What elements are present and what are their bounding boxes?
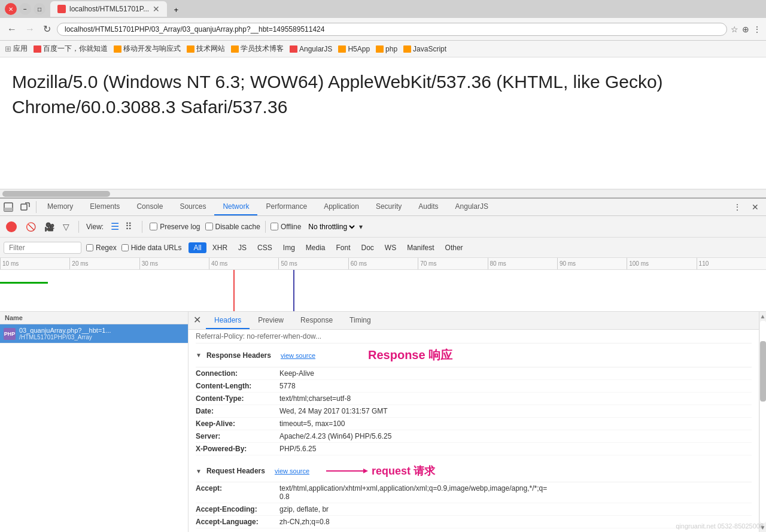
request-view-source-link[interactable]: view source — [275, 467, 309, 475]
details-close-btn[interactable]: ✕ — [189, 312, 206, 329]
tab-audits[interactable]: Audits — [410, 199, 446, 215]
page-hscrollbar[interactable] — [0, 189, 766, 197]
view-list-button[interactable]: ☰ — [108, 220, 121, 233]
hide-data-urls-checkbox[interactable] — [121, 244, 129, 251]
maximize-button[interactable]: □ — [34, 3, 45, 15]
regex-label[interactable]: Regex — [86, 244, 117, 252]
tab-application[interactable]: Application — [315, 199, 367, 215]
filter-media[interactable]: Media — [301, 242, 330, 253]
tab-security[interactable]: Security — [367, 199, 410, 215]
bookmark-h5app-label: H5App — [348, 45, 370, 53]
address-input[interactable] — [57, 23, 727, 36]
back-button[interactable]: ← — [5, 23, 19, 36]
tab-timing[interactable]: Timing — [341, 312, 379, 329]
bookmark-js-label: JavaScript — [413, 45, 446, 53]
bookmark-baidu[interactable]: 百度一下，你就知道 — [34, 44, 108, 54]
tab-elements[interactable]: Elements — [81, 199, 128, 215]
right-scrollbar[interactable]: ▲ ▼ — [759, 312, 766, 532]
filter-img[interactable]: Img — [278, 242, 300, 253]
bookmark-mobile[interactable]: 移动开发与响应式 — [114, 44, 181, 54]
browser-tab[interactable]: localhost/HTML51701P... ✕ — [50, 1, 167, 17]
response-headers-toggle[interactable]: ▼ Response Headers view source Response … — [196, 343, 752, 367]
filter-font[interactable]: Font — [332, 242, 355, 253]
tab-memory[interactable]: Memory — [39, 199, 81, 215]
hscroll-thumb[interactable] — [2, 191, 110, 197]
offline-checkbox[interactable] — [270, 223, 278, 230]
file-row[interactable]: PHP 03_quanjuArray.php?__hbt=1... /HTML5… — [0, 324, 188, 343]
devtools-more-icon[interactable]: ⋮ — [730, 200, 744, 214]
filter-doc[interactable]: Doc — [357, 242, 379, 253]
file-list: Name PHP 03_quanjuArray.php?__hbt=1... /… — [0, 312, 189, 532]
scroll-up-btn[interactable]: ▲ — [760, 313, 766, 320]
scroll-thumb[interactable] — [760, 341, 766, 402]
close-button[interactable]: ✕ — [5, 3, 17, 15]
filter-ws[interactable]: WS — [380, 242, 401, 253]
bookmark-tech[interactable]: 技术网站 — [187, 44, 225, 54]
throttle-select[interactable]: No throttling — [306, 222, 357, 232]
filter-button[interactable]: ▽ — [61, 220, 71, 233]
filter-manifest[interactable]: Manifest — [402, 242, 439, 253]
tab-response[interactable]: Response — [292, 312, 341, 329]
devtools-dock-icon[interactable] — [1, 200, 16, 214]
offline-label[interactable]: Offline — [270, 223, 301, 231]
tab-headers[interactable]: Headers — [206, 312, 250, 329]
preserve-log-checkbox[interactable] — [150, 223, 157, 230]
minimize-button[interactable]: − — [19, 3, 31, 15]
tab-close-icon[interactable]: ✕ — [153, 4, 160, 14]
bookmarks-bar: ⊞ 应用 百度一下，你就知道 移动开发与响应式 技术网站 学员技术博客 Angu… — [0, 41, 766, 57]
tab-performance[interactable]: Performance — [257, 199, 315, 215]
tab-separator — [36, 201, 37, 213]
tab-sources[interactable]: Sources — [171, 199, 214, 215]
filter-input[interactable] — [4, 242, 81, 254]
header-accept-language: Accept-Language: zh-CN,zh;q=0.8 — [196, 516, 752, 528]
request-toggle-icon: ▼ — [196, 468, 202, 475]
page-content: Mozilla/5.0 (Windows NT 6.3; WOW64) Appl… — [0, 57, 766, 189]
menu-icon[interactable]: ⋮ — [753, 25, 761, 34]
tab-network[interactable]: Network — [214, 199, 257, 215]
tick-100ms: 100 ms — [627, 258, 696, 269]
clear-button[interactable]: 🚫 — [24, 220, 38, 233]
request-headers-toggle[interactable]: ▼ Request Headers view source request 请求 — [196, 460, 752, 482]
name-column-header: Name — [5, 314, 23, 321]
filter-xhr[interactable]: XHR — [208, 242, 232, 253]
regex-checkbox[interactable] — [86, 244, 93, 251]
reload-button[interactable]: ↻ — [41, 22, 53, 36]
tab-preview[interactable]: Preview — [250, 312, 292, 329]
throttle-select-wrapper[interactable]: No throttling ▾ — [306, 222, 363, 232]
view-preview-button[interactable]: ⠿ — [123, 220, 135, 233]
tick-70ms: 70 ms — [418, 258, 487, 269]
header-ka-name: Keep-Alive: — [196, 419, 279, 428]
tick-30ms: 30 ms — [139, 258, 209, 269]
bookmark-js[interactable]: JavaScript — [403, 45, 446, 53]
bookmark-star-icon[interactable]: ☆ — [731, 25, 738, 34]
bookmark-h5app[interactable]: H5App — [338, 45, 370, 53]
scroll-down-btn[interactable]: ▼ — [760, 524, 766, 531]
preserve-log-label[interactable]: Preserve log — [150, 223, 200, 231]
bookmark-apps[interactable]: ⊞ 应用 — [5, 44, 28, 54]
screenshot-button[interactable]: 🎥 — [42, 220, 56, 233]
filter-all[interactable]: All — [189, 242, 206, 253]
bookmark-php[interactable]: php — [376, 45, 397, 53]
filter-js[interactable]: JS — [233, 242, 251, 253]
disable-cache-label[interactable]: Disable cache — [205, 223, 260, 231]
address-bar: ← → ↻ ☆ ⊕ ⋮ — [0, 18, 766, 41]
page-heading: Mozilla/5.0 (Windows NT 6.3; WOW64) Appl… — [12, 69, 754, 120]
bookmark-angular[interactable]: AngularJS — [290, 45, 332, 53]
record-button[interactable] — [6, 221, 17, 232]
tick-60ms: 60 ms — [348, 258, 418, 269]
scroll-top-partial: Referral-Policy: no-referrer-when-dow... — [196, 330, 752, 343]
regex-text: Regex — [96, 244, 117, 252]
response-view-source-link[interactable]: view source — [281, 352, 315, 359]
disable-cache-checkbox[interactable] — [205, 223, 213, 230]
bookmark-blog[interactable]: 学员技术博客 — [231, 44, 284, 54]
devtools-close-icon[interactable]: ✕ — [748, 200, 762, 214]
tab-console[interactable]: Console — [128, 199, 171, 215]
filter-css[interactable]: CSS — [253, 242, 277, 253]
devtools-undock-icon[interactable] — [18, 200, 32, 214]
hide-data-urls-label[interactable]: Hide data URLs — [121, 244, 182, 252]
filter-other[interactable]: Other — [440, 242, 468, 253]
tab-angularjs[interactable]: AngularJS — [447, 199, 497, 215]
zoom-icon[interactable]: ⊕ — [742, 25, 749, 34]
forward-button[interactable]: → — [23, 23, 37, 36]
new-tab-button[interactable]: + — [167, 2, 185, 17]
